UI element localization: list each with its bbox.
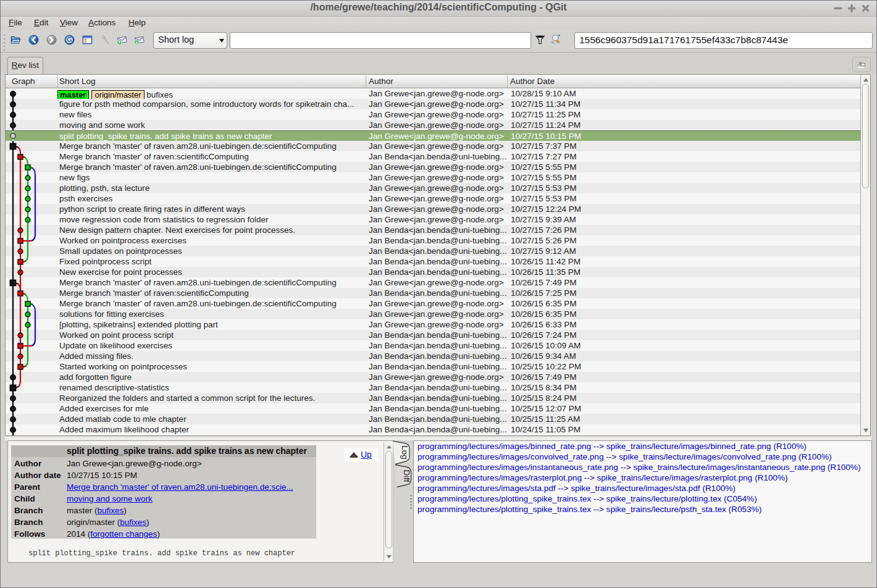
svg-text:Diff: Diff: [402, 469, 411, 482]
svg-text:Log: Log: [400, 445, 409, 460]
svg-text:G: G: [67, 36, 72, 43]
